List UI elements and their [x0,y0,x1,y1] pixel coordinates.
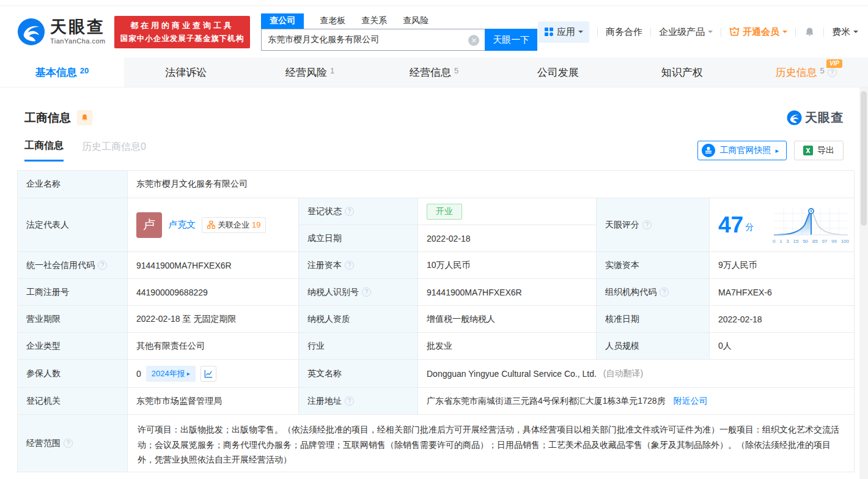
help-icon[interactable] [660,288,669,297]
chevron-right-icon: ▸ [775,147,779,155]
field-value-legal-rep: 卢 卢克文 关联企业 19 [128,198,299,252]
tianyancha-logo[interactable]: 天眼查 TianYanCha.com [17,18,106,46]
field-value-score: 47 分 [710,198,855,252]
field-value-credit-code: 91441900MA7HFXEX6R [128,252,299,279]
notification-bell[interactable] [804,26,815,38]
related-count: 19 [252,220,260,229]
tab-history-info[interactable]: VIP 历史信息 5 [744,58,868,87]
subtab-history-business-info[interactable]: 历史工商信息0 [82,141,146,161]
tab-company-development[interactable]: 公司发展 [496,58,620,87]
bell-icon [81,114,89,122]
field-label-company-type: 企业类型 [18,333,128,360]
field-value-english-name: Dongguan Yingyue Cultural Service Co., L… [418,360,855,388]
bell-icon [804,26,815,38]
nearby-companies-link[interactable]: 附近公司 [674,396,708,407]
field-value-reg-authority: 东莞市市场监督管理局 [128,388,299,415]
scrollbar-thumb[interactable] [861,91,867,226]
label-text: 注册资本 [307,260,342,271]
tab-count: 5 [454,66,458,75]
score-distribution-chart[interactable]: 0131550859799100 [773,206,849,244]
insured-trend-button[interactable] [200,366,216,382]
tab-legal[interactable]: 法律诉讼 [124,58,248,87]
subtab-count: 0 [141,141,146,152]
field-value-org-code: MA7HFXEX-6 [710,279,855,306]
field-value-paid-capital: 9万人民币 [710,252,855,279]
official-snapshot-button[interactable]: 工商官网快照 ▸ [697,141,787,160]
avatar[interactable]: 卢 [136,212,162,238]
search-button[interactable]: 天眼一下 [485,29,537,51]
tab-label: 经营信息 [410,65,451,80]
menu-divider [597,28,598,37]
field-label-reg-address: 注册地址 [299,388,418,415]
tab-basic-info[interactable]: 基本信息 20 [0,58,124,87]
label-text: 组织机构代码 [605,287,657,298]
field-value-reg-capital: 10万人民币 [418,252,597,279]
field-label-score: 天眼评分 [597,198,710,252]
help-icon[interactable] [345,396,354,406]
field-value-insured: 0 2024年报 ▸ [128,360,299,388]
help-icon[interactable] [345,261,354,270]
excel-icon [803,146,813,155]
chevron-right-icon: ▸ [187,370,190,377]
search-tab-company[interactable]: 查公司 [261,13,304,29]
field-value-industry: 批发业 [418,333,597,360]
field-label-business-scope: 经营范围 [18,415,128,472]
apps-menu[interactable]: 应用 [538,21,589,43]
tab-intellectual-property[interactable]: 知识产权 [620,58,744,87]
username: 费米 [832,26,850,38]
subtab-business-info[interactable]: 工商信息 [24,139,64,162]
search-input[interactable] [262,29,485,50]
subtab-label: 历史工商信息 [82,141,141,152]
tab-operation-risk[interactable]: 经营风险 1 [248,58,372,87]
tab-count: 1 [330,66,334,75]
field-label-taxpayer-id: 纳税人识别号 [299,279,418,306]
field-label-reg-authority: 登记机关 [18,388,128,415]
tab-operation-info[interactable]: 经营信息 5 [372,58,496,87]
search-tab-risk[interactable]: 查风险 [403,15,428,29]
tab-label: 基本信息 [35,65,77,80]
trend-chart-icon [204,369,213,378]
enterprise-label: 企业级产品 [659,26,705,38]
field-label-credit-code: 统一社会信用代码 [18,252,128,279]
field-value-reg-status: 开业 [418,198,597,225]
help-icon[interactable] [64,439,73,448]
score-unit: 分 [745,222,754,236]
related-companies-badge[interactable]: 关联企业 19 [202,217,266,233]
search-tab-boss[interactable]: 查老板 [320,15,345,29]
field-label-reg-capital: 注册资本 [299,252,418,279]
insured-count: 0 [136,369,141,379]
annual-report-badge[interactable]: 2024年报 ▸ [146,366,196,382]
field-value-biz-term: 2022-02-18 至 无固定期限 [128,306,299,333]
grid-icon [544,27,554,37]
label-text: 经营范围 [26,438,61,449]
help-icon[interactable] [98,261,107,270]
search-tab-relation[interactable]: 查关系 [361,15,387,29]
help-icon[interactable] [828,68,837,77]
top-divider [0,0,868,6]
cooperation-menu[interactable]: 商务合作 [606,26,642,38]
chevron-down-icon [708,31,713,35]
user-menu[interactable]: 费米 [832,26,858,38]
enterprise-menu[interactable]: 企业级产品 [659,26,713,38]
vip-menu[interactable]: 开通会员 [729,26,787,38]
field-label-industry: 行业 [299,333,418,360]
field-value-business-scope: 许可项目：出版物批发；出版物零售。（依法须经批准的项目，经相关部门批准后方可开展… [128,415,855,472]
vip-badge: VIP [826,59,842,68]
search-tabs: 查公司 查老板 查关系 查风险 [261,13,537,29]
export-button[interactable]: 导出 [794,141,844,160]
snapshot-label: 工商官网快照 [719,145,771,156]
scrollbar-track[interactable] [859,87,868,479]
subscribe-bell[interactable] [77,110,92,125]
field-label-approval-date: 核准日期 [597,306,710,333]
help-icon[interactable] [345,207,354,216]
score-value: 47 [718,214,743,236]
help-icon[interactable] [642,220,652,229]
watermark-text: 天眼查 [805,110,844,126]
logo-domain: TianYanCha.com [50,38,106,45]
legal-rep-link[interactable]: 卢克文 [168,219,196,231]
menu-divider [650,28,651,37]
tianyancha-logo-icon [17,18,45,46]
help-icon[interactable] [362,288,371,297]
bell-curve-chart [773,206,849,238]
field-label-org-code: 组织机构代码 [597,279,710,306]
